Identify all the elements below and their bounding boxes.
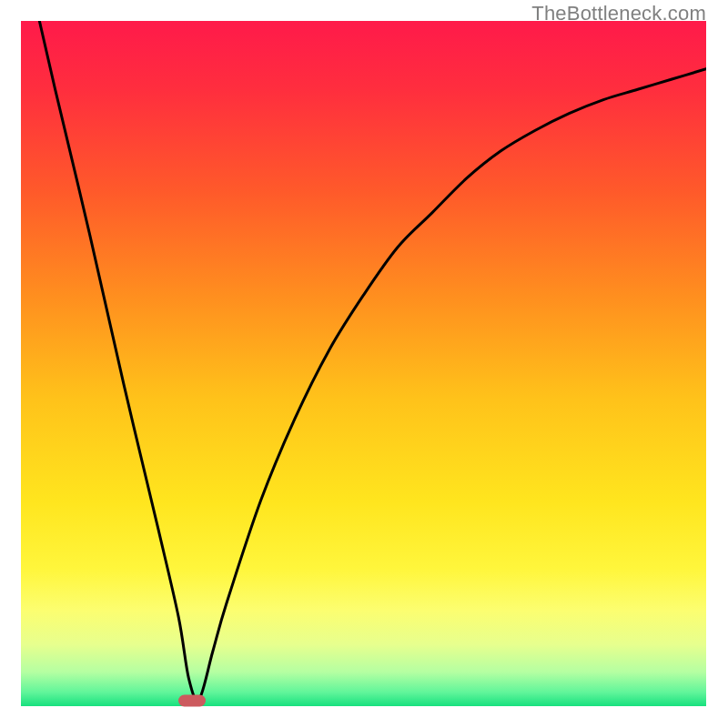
- optimal-point-marker: [178, 694, 206, 706]
- chart-frame: [21, 21, 706, 706]
- watermark-text: TheBottleneck.com: [531, 2, 706, 25]
- bottleneck-curve: [21, 21, 706, 706]
